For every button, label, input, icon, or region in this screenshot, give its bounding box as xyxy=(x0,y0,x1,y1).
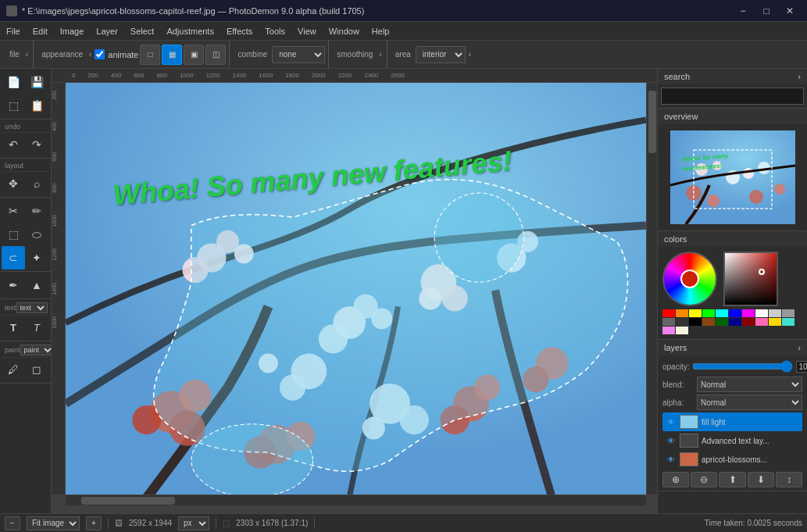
scroll-thumb-h[interactable] xyxy=(81,497,175,505)
color-swatch[interactable] xyxy=(769,318,781,326)
text-select[interactable]: textpath xyxy=(16,302,48,313)
alpha-select[interactable]: Normal Inherit Locked xyxy=(697,395,802,410)
paint-select[interactable]: paintclone xyxy=(20,345,55,355)
color-swatch[interactable] xyxy=(662,327,675,334)
color-swatch[interactable] xyxy=(769,309,781,317)
color-wheel[interactable] xyxy=(662,252,717,306)
tool-text-italic[interactable]: T xyxy=(25,316,48,339)
minimize-button[interactable]: − xyxy=(732,2,754,20)
appearance-chevron[interactable]: ‹ xyxy=(87,50,93,59)
shape-btn-1[interactable]: □ xyxy=(140,45,160,65)
tool-lasso-select[interactable]: ⊂ xyxy=(2,246,25,270)
canvas-scroll-v[interactable] xyxy=(646,83,657,495)
canvas-scroll-h[interactable] xyxy=(66,495,646,505)
layer-visibility-icon[interactable]: 👁 xyxy=(666,416,677,427)
color-swatch[interactable] xyxy=(782,318,795,326)
color-swatch[interactable] xyxy=(662,309,675,317)
tool-brush[interactable]: 🖊 xyxy=(2,358,25,381)
layer-delete-btn[interactable]: ⊖ xyxy=(691,472,717,487)
shape-btn-4[interactable]: ◫ xyxy=(205,45,226,65)
file-chevron[interactable]: ‹ xyxy=(24,50,30,59)
color-swatch[interactable] xyxy=(676,318,688,326)
area-select[interactable]: interior exterior edge xyxy=(416,46,466,63)
color-swatch[interactable] xyxy=(755,309,768,317)
menu-item-file[interactable]: File xyxy=(0,22,27,41)
layers-header[interactable]: layers › xyxy=(658,340,807,355)
tool-rect-select[interactable]: ⬚ xyxy=(2,223,25,246)
layer-visibility-icon[interactable]: 👁 xyxy=(666,454,677,465)
layer-up-btn[interactable]: ⬆ xyxy=(719,472,745,487)
menu-item-view[interactable]: View xyxy=(291,22,323,41)
tool-undo[interactable]: ↶ xyxy=(2,133,25,156)
shape-btn-2[interactable]: ▦ xyxy=(162,45,182,65)
menu-item-image[interactable]: Image xyxy=(54,22,91,41)
animate-checkbox[interactable] xyxy=(95,49,105,59)
color-swatch[interactable] xyxy=(702,318,715,326)
color-swatch[interactable] xyxy=(716,318,728,326)
color-swatch[interactable] xyxy=(702,309,715,317)
colors-header[interactable]: colors xyxy=(658,231,807,247)
shape-btn-3[interactable]: ▣ xyxy=(184,45,204,65)
tool-copy[interactable]: ⬚ xyxy=(2,94,25,117)
menu-item-select[interactable]: Select xyxy=(124,22,161,41)
tool-pencil[interactable]: ✏ xyxy=(25,199,48,223)
animate-checkbox-label[interactable]: animate xyxy=(95,49,138,59)
unit-select[interactable]: px % cm in xyxy=(178,516,209,530)
tool-eyedropper[interactable]: ✒ xyxy=(2,273,25,297)
combine-select[interactable]: none add subtract intersect xor xyxy=(272,46,325,63)
tool-ellipse-select[interactable]: ⬭ xyxy=(25,223,48,246)
smoothing-chevron[interactable]: ‹ xyxy=(377,50,383,59)
color-square[interactable] xyxy=(723,252,778,306)
search-header[interactable]: search › xyxy=(658,69,807,84)
tool-eraser[interactable]: ◻ xyxy=(25,358,48,381)
color-swatch[interactable] xyxy=(742,318,755,326)
scroll-thumb-v[interactable] xyxy=(648,91,656,153)
menu-item-edit[interactable]: Edit xyxy=(27,22,54,41)
color-swatch[interactable] xyxy=(782,309,795,317)
tool-move[interactable]: ✥ xyxy=(2,172,25,195)
menu-item-tools[interactable]: Tools xyxy=(259,22,291,41)
tool-redo[interactable]: ↷ xyxy=(25,133,48,156)
overview-thumbnail[interactable]: Whoa! So many new features! xyxy=(670,130,795,224)
tool-new-file[interactable]: 📄 xyxy=(2,70,25,94)
overview-header[interactable]: overview xyxy=(658,109,807,124)
color-swatch[interactable] xyxy=(755,318,768,326)
layer-item[interactable]: 👁 Advanced text lay... xyxy=(662,431,802,450)
zoom-out-btn[interactable]: − xyxy=(5,516,20,530)
layer-down-btn[interactable]: ⬇ xyxy=(748,472,774,487)
menu-item-adjustments[interactable]: Adjustments xyxy=(160,22,220,41)
blend-select[interactable]: Normal Multiply Screen Overlay Darken Li… xyxy=(697,377,802,392)
opacity-slider[interactable] xyxy=(692,361,793,372)
layer-new-btn[interactable]: ⊕ xyxy=(662,472,689,487)
color-swatch[interactable] xyxy=(676,327,688,334)
color-swatch[interactable] xyxy=(689,318,702,326)
layer-visibility-icon[interactable]: 👁 xyxy=(666,435,677,446)
menu-item-window[interactable]: Window xyxy=(323,22,366,41)
layer-merge-btn[interactable]: ↕ xyxy=(776,472,802,487)
color-swatch[interactable] xyxy=(729,309,741,317)
color-swatch[interactable] xyxy=(676,309,688,317)
tool-magic-wand[interactable]: ✦ xyxy=(25,246,48,270)
zoom-in-btn[interactable]: + xyxy=(86,516,102,530)
canvas-area[interactable]: Whoa! So many new features! xyxy=(66,83,646,495)
tool-crop[interactable]: ✂ xyxy=(2,199,25,223)
tool-fill[interactable]: ▲ xyxy=(25,273,48,297)
layer-item[interactable]: 👁 apricot-blossoms... xyxy=(662,450,802,469)
color-swatch[interactable] xyxy=(716,309,728,317)
close-button[interactable]: ✕ xyxy=(779,2,801,20)
tool-zoom[interactable]: ⌕ xyxy=(25,172,48,195)
menu-item-help[interactable]: Help xyxy=(366,22,396,41)
layer-item[interactable]: 👁 fill light xyxy=(662,412,802,431)
area-chevron[interactable]: ‹ xyxy=(467,50,473,59)
menu-item-layer[interactable]: Layer xyxy=(90,22,124,41)
tool-text-normal[interactable]: T xyxy=(2,316,25,339)
menu-item-effects[interactable]: Effects xyxy=(220,22,259,41)
color-swatch[interactable] xyxy=(729,318,741,326)
color-swatch[interactable] xyxy=(742,309,755,317)
color-swatch[interactable] xyxy=(662,318,675,326)
search-input[interactable] xyxy=(661,87,804,105)
tool-save[interactable]: 💾 xyxy=(25,70,48,94)
maximize-button[interactable]: □ xyxy=(755,2,777,20)
color-swatch[interactable] xyxy=(689,309,702,317)
zoom-select[interactable]: Fit image 25% 50% 75% 100% 150% 200% xyxy=(27,516,80,530)
